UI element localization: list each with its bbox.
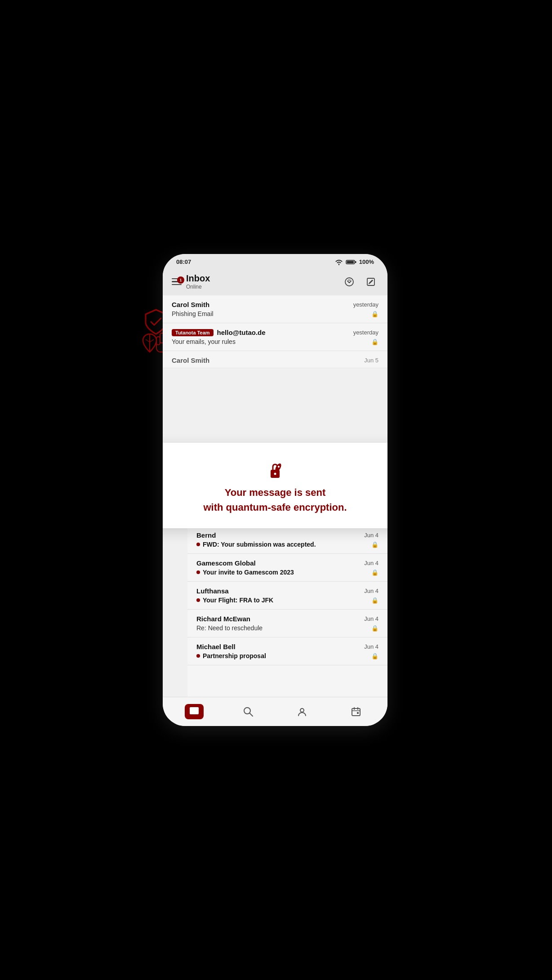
- nav-mail[interactable]: [183, 703, 205, 721]
- scene: 08:07 100%: [138, 245, 414, 735]
- filter-button[interactable]: [342, 274, 357, 290]
- email-date: Jun 4: [364, 560, 378, 566]
- inbox-title: Inbox: [186, 273, 210, 284]
- filter-icon: [344, 277, 354, 287]
- unread-dot: [196, 598, 200, 602]
- svg-point-20: [300, 708, 304, 712]
- email-sender: Richard McEwan: [196, 615, 250, 623]
- calendar-icon: [351, 707, 361, 717]
- email-sender: Gamescom Global: [196, 559, 256, 567]
- lock-icon: 🔒: [371, 597, 378, 604]
- lock-icon: 🔒: [371, 625, 378, 632]
- email-item-carol-partial[interactable]: Carol Smith Jun 5: [163, 351, 387, 368]
- email-sender: Carol Smith: [172, 301, 209, 308]
- email-item-gamescom[interactable]: Gamescom Global Jun 4 Your invite to Gam…: [187, 554, 387, 582]
- quantum-text: Your message is sent with quantum-safe e…: [203, 485, 347, 515]
- svg-point-10: [345, 278, 353, 286]
- search-icon: [243, 707, 253, 717]
- quantum-safe-icon: [261, 456, 289, 485]
- unread-dot: [196, 543, 200, 546]
- email-subject: Partnership proposal: [196, 652, 266, 659]
- email-item-bernd[interactable]: Bernd Jun 4 FWD: Your submission was acc…: [187, 526, 387, 554]
- email-sender: Bernd: [196, 531, 216, 539]
- compose-icon: [366, 277, 376, 287]
- unread-dot: [196, 570, 200, 574]
- svg-rect-8: [347, 261, 354, 263]
- email-list-lower: Re: Annual budget 🔒 Bernd Jun 4 FWD: You…: [187, 511, 387, 697]
- quantum-overlay: Your message is sent with quantum-safe e…: [163, 443, 387, 528]
- email-date: yesterday: [353, 329, 378, 336]
- header-left: 1 Inbox Online: [172, 273, 210, 290]
- battery-percent: 100%: [359, 258, 374, 265]
- email-date: yesterday: [353, 301, 378, 308]
- status-bar: 08:07 100%: [163, 254, 387, 270]
- email-date: Jun 4: [364, 532, 378, 539]
- email-subject: Re: Need to reschedule: [196, 624, 263, 632]
- email-subject: Your emails, your rules: [172, 338, 236, 345]
- email-item-carol-phishing[interactable]: Carol Smith yesterday Phishing Email 🔒: [163, 295, 387, 323]
- unread-badge: 1: [177, 276, 184, 284]
- email-item-richard[interactable]: Richard McEwan Jun 4 Re: Need to resched…: [187, 610, 387, 637]
- compose-button[interactable]: [363, 274, 378, 290]
- email-sender: Michael Bell: [196, 643, 236, 650]
- bottom-nav: [163, 697, 387, 726]
- wifi-icon: [335, 259, 343, 265]
- nav-search[interactable]: [237, 703, 259, 721]
- email-sender: Carol Smith: [172, 356, 209, 364]
- svg-line-2: [150, 339, 154, 342]
- email-subject: Your invite to Gamescom 2023: [196, 569, 294, 576]
- inbox-title-group: Inbox Online: [186, 273, 210, 290]
- contacts-icon: [297, 707, 307, 717]
- email-subject: FWD: Your submission was accepted.: [196, 541, 316, 548]
- nav-calendar[interactable]: [345, 703, 367, 721]
- email-sender: Tutanota Team hello@tutao.de: [172, 329, 266, 336]
- inbox-status: Online: [186, 284, 210, 290]
- unread-dot: [196, 654, 200, 658]
- svg-line-19: [250, 713, 253, 717]
- email-date: Jun 5: [364, 357, 378, 364]
- email-date: Jun 4: [364, 615, 378, 622]
- menu-button[interactable]: 1: [172, 278, 182, 285]
- lock-icon: 🔒: [371, 541, 378, 548]
- battery-icon: [346, 259, 356, 265]
- email-subject: Phishing Email: [172, 310, 214, 317]
- nav-contacts[interactable]: [291, 703, 313, 721]
- tutanota-badge: Tutanota Team: [172, 329, 214, 336]
- email-item-michael-bell[interactable]: Michael Bell Jun 4 Partnership proposal …: [187, 637, 387, 665]
- email-item-lufthansa[interactable]: Lufthansa Jun 4 Your Flight: FRA to JFK …: [187, 582, 387, 610]
- svg-point-14: [274, 473, 276, 475]
- lock-icon: 🔒: [371, 339, 378, 345]
- lock-icon: 🔒: [371, 653, 378, 659]
- email-item-tutanota[interactable]: Tutanota Team hello@tutao.de yesterday Y…: [163, 323, 387, 351]
- svg-rect-25: [357, 712, 359, 714]
- email-subject: Your Flight: FRA to JFK: [196, 597, 273, 604]
- svg-rect-21: [352, 708, 360, 716]
- phone-frame: 08:07 100%: [163, 254, 387, 726]
- svg-rect-4: [156, 337, 160, 345]
- email-sender: Lufthansa: [196, 587, 229, 595]
- email-date: Jun 4: [364, 643, 378, 650]
- svg-rect-9: [355, 261, 356, 263]
- lock-icon: 🔒: [371, 311, 378, 317]
- svg-rect-17: [190, 707, 199, 714]
- header-actions: [342, 274, 378, 290]
- inbox-header: 1 Inbox Online: [163, 270, 387, 295]
- status-right: 100%: [335, 258, 374, 265]
- email-list: Carol Smith yesterday Phishing Email 🔒 T…: [163, 295, 387, 368]
- mail-icon: [189, 707, 199, 715]
- svg-line-1: [146, 339, 150, 342]
- email-date: Jun 4: [364, 588, 378, 594]
- time-display: 08:07: [176, 258, 191, 265]
- lock-icon: 🔒: [371, 569, 378, 576]
